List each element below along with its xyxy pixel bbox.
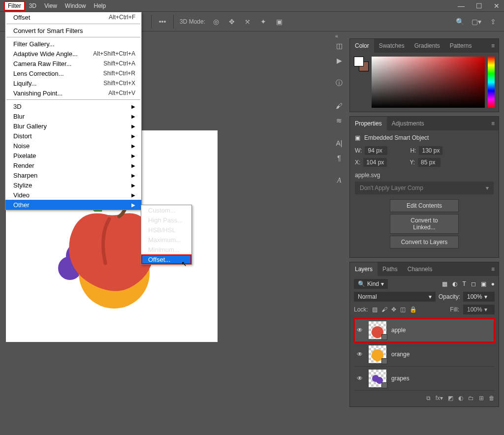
other-custom[interactable]: Custom... (141, 205, 191, 215)
share-icon[interactable]: ⇪ (488, 17, 498, 27)
other-maximum[interactable]: Maximum... (141, 235, 191, 245)
filter-pixelate[interactable]: Pixelate▶ (5, 151, 141, 160)
3d-orbit-icon[interactable]: ◎ (211, 17, 221, 27)
other-high-pass[interactable]: High Pass... (141, 215, 191, 225)
more-icon[interactable]: ••• (158, 17, 167, 27)
lock-transparency-icon[interactable]: ▨ (372, 306, 378, 313)
3d-camera-icon[interactable]: ▣ (274, 17, 284, 27)
maximize-button[interactable]: ☐ (474, 1, 483, 10)
layer-row-grapes[interactable]: 👁 grapes (354, 367, 495, 391)
opacity-field[interactable]: 100%▾ (463, 292, 495, 302)
histogram-icon[interactable]: ◫ (332, 39, 346, 52)
fg-bg-swatches[interactable] (354, 57, 369, 71)
visibility-toggle-icon[interactable]: 👁 (356, 375, 364, 382)
layer-row-apple[interactable]: 👁 apple (354, 318, 495, 342)
adjustment-layer-icon[interactable]: ◐ (458, 395, 463, 402)
hue-slider[interactable] (488, 57, 495, 108)
brush-settings-icon[interactable]: ≋ (332, 114, 346, 127)
filter-noise[interactable]: Noise▶ (5, 141, 141, 151)
color-field[interactable] (372, 57, 485, 108)
menu-help[interactable]: Help (90, 1, 110, 11)
filter-3d[interactable]: 3D▶ (5, 101, 141, 111)
prop-h-field[interactable]: 130 px (419, 146, 442, 155)
other-hsb-hsl[interactable]: HSB/HSL (141, 225, 191, 235)
info-icon[interactable]: ⓘ (332, 77, 346, 90)
convert-to-layers-button[interactable]: Convert to Layers (390, 236, 459, 249)
layer-filter-kind[interactable]: 🔍 Kind ▾ (354, 279, 388, 289)
prop-w-field[interactable]: 94 px (365, 146, 387, 155)
tab-properties[interactable]: Properties (350, 117, 387, 130)
character-icon[interactable]: A| (332, 137, 346, 150)
filter-convert-smart[interactable]: Convert for Smart Filters (5, 26, 141, 35)
filter-pixel-icon[interactable]: ▦ (442, 280, 447, 287)
layers-panel-menu-icon[interactable]: ≡ (487, 262, 499, 276)
fill-field[interactable]: 100%▾ (463, 305, 495, 314)
delete-layer-icon[interactable]: 🗑 (489, 395, 495, 402)
close-button[interactable]: ✕ (492, 1, 501, 10)
filter-other[interactable]: Other▶ (5, 200, 141, 210)
tab-channels[interactable]: Channels (403, 262, 438, 276)
filter-sharpen[interactable]: Sharpen▶ (5, 170, 141, 180)
tab-patterns[interactable]: Patterns (445, 39, 477, 53)
tab-paths[interactable]: Paths (378, 262, 403, 276)
filter-toggle-icon[interactable]: ● (491, 280, 495, 287)
menu-filter[interactable]: Filter (4, 1, 25, 11)
lock-position-icon[interactable]: ✥ (391, 306, 396, 313)
menu-view[interactable]: View (40, 1, 61, 11)
filter-lens-correction[interactable]: Lens Correction...Shift+Ctrl+R (5, 68, 141, 78)
tab-adjustments[interactable]: Adjustments (387, 117, 429, 130)
minimize-button[interactable]: — (457, 1, 466, 10)
menu-window[interactable]: Window (61, 1, 90, 11)
filter-render[interactable]: Render▶ (5, 160, 141, 170)
edit-contents-button[interactable]: Edit Contents (390, 199, 459, 212)
filter-smart-icon[interactable]: ▣ (481, 280, 486, 287)
tab-color[interactable]: Color (350, 39, 374, 53)
prop-x-field[interactable]: 104 px (363, 158, 387, 167)
filter-adjust-icon[interactable]: ◐ (452, 280, 457, 287)
lock-all-icon[interactable]: 🔒 (410, 306, 417, 313)
filter-camera-raw[interactable]: Camera Raw Filter...Shift+Ctrl+A (5, 59, 141, 68)
layer-name[interactable]: apple (391, 327, 406, 334)
layer-thumb[interactable] (369, 321, 386, 339)
filter-video[interactable]: Video▶ (5, 190, 141, 200)
tab-gradients[interactable]: Gradients (410, 39, 445, 53)
properties-panel-menu-icon[interactable]: ≡ (487, 117, 499, 130)
glyphs-icon[interactable]: A (332, 174, 346, 187)
mask-icon[interactable]: ◩ (448, 395, 453, 402)
link-layers-icon[interactable]: ⧉ (426, 395, 431, 402)
workspace-icon[interactable]: ▢▾ (472, 17, 481, 27)
layer-name[interactable]: grapes (391, 375, 410, 382)
filter-liquify[interactable]: Liquify...Shift+Ctrl+X (5, 78, 141, 88)
other-minimum[interactable]: Minimum... (141, 245, 191, 254)
filter-type-icon[interactable]: T (462, 280, 466, 287)
blend-mode-select[interactable]: Normal▾ (354, 292, 436, 302)
play-icon[interactable]: ▶ (332, 54, 346, 67)
filter-stylize[interactable]: Stylize▶ (5, 180, 141, 190)
menu-3d[interactable]: 3D (25, 1, 40, 11)
filter-offset-repeat[interactable]: Offset Alt+Ctrl+F (5, 12, 141, 22)
layer-thumb[interactable] (369, 345, 386, 363)
filter-vanishing-point[interactable]: Vanishing Point...Alt+Ctrl+V (5, 88, 141, 98)
paragraph-icon[interactable]: ¶ (332, 152, 346, 164)
new-layer-icon[interactable]: ⊞ (479, 395, 484, 402)
layer-comp-select[interactable]: Don't Apply Layer Comp▾ (355, 182, 494, 194)
lock-pixels-icon[interactable]: 🖌 (381, 306, 387, 313)
convert-to-linked-button[interactable]: Convert to Linked... (390, 214, 459, 234)
filter-blur[interactable]: Blur▶ (5, 111, 141, 121)
tab-layers[interactable]: Layers (350, 262, 378, 276)
layer-row-orange[interactable]: 👁 orange (354, 342, 495, 367)
brush-icon[interactable]: 🖌 (332, 99, 346, 112)
filter-gallery[interactable]: Filter Gallery... (5, 39, 141, 49)
color-panel-menu-icon[interactable]: ≡ (487, 39, 499, 53)
lock-artboard-icon[interactable]: ◫ (400, 306, 406, 313)
filter-distort[interactable]: Distort▶ (5, 131, 141, 141)
layer-thumb[interactable] (369, 370, 386, 387)
3d-scale-icon[interactable]: ✦ (258, 17, 268, 27)
filter-adaptive-wide-angle[interactable]: Adaptive Wide Angle...Alt+Shift+Ctrl+A (5, 49, 141, 59)
filter-shape-icon[interactable]: ◻ (471, 280, 476, 287)
visibility-toggle-icon[interactable]: 👁 (356, 327, 364, 334)
3d-pan-icon[interactable]: ✥ (227, 17, 237, 27)
panel-expand-icon[interactable]: « (335, 33, 338, 39)
3d-slide-icon[interactable]: ⤧ (243, 17, 252, 27)
prop-y-field[interactable]: 85 px (418, 158, 441, 167)
